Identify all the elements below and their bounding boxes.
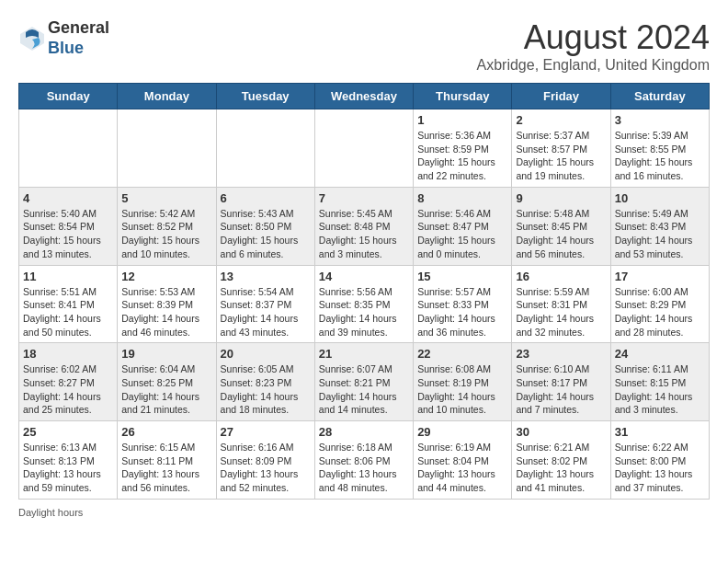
calendar-cell: 11Sunrise: 5:51 AM Sunset: 8:41 PM Dayli… (19, 265, 118, 343)
calendar-cell: 28Sunrise: 6:18 AM Sunset: 8:06 PM Dayli… (314, 421, 413, 500)
calendar-cell: 12Sunrise: 5:53 AM Sunset: 8:39 PM Dayli… (118, 265, 216, 343)
column-header-monday: Monday (118, 84, 216, 109)
day-number: 18 (23, 347, 113, 361)
calendar-cell: 30Sunrise: 6:21 AM Sunset: 8:02 PM Dayli… (512, 421, 610, 500)
day-number: 29 (417, 425, 507, 439)
day-number: 9 (516, 191, 606, 205)
calendar-cell: 19Sunrise: 6:04 AM Sunset: 8:25 PM Dayli… (118, 343, 216, 421)
day-number: 11 (23, 270, 113, 283)
day-number: 27 (221, 425, 311, 439)
day-number: 26 (121, 425, 211, 439)
day-info: Sunrise: 6:19 AM Sunset: 8:04 PM Dayligh… (417, 441, 507, 495)
day-number: 4 (23, 191, 113, 205)
day-number: 21 (319, 347, 409, 361)
day-info: Sunrise: 5:37 AM Sunset: 8:57 PM Dayligh… (516, 129, 606, 183)
calendar-cell: 25Sunrise: 6:13 AM Sunset: 8:13 PM Dayli… (19, 421, 118, 500)
calendar-cell: 20Sunrise: 6:05 AM Sunset: 8:23 PM Dayli… (216, 343, 314, 421)
day-info: Sunrise: 5:36 AM Sunset: 8:59 PM Dayligh… (417, 129, 507, 183)
day-info: Sunrise: 6:04 AM Sunset: 8:25 PM Dayligh… (121, 362, 211, 417)
day-info: Sunrise: 6:15 AM Sunset: 8:11 PM Dayligh… (121, 441, 211, 495)
calendar-cell: 29Sunrise: 6:19 AM Sunset: 8:04 PM Dayli… (414, 421, 512, 500)
calendar-table: SundayMondayTuesdayWednesdayThursdayFrid… (18, 83, 710, 500)
day-info: Sunrise: 6:16 AM Sunset: 8:09 PM Dayligh… (221, 441, 311, 495)
calendar-cell: 21Sunrise: 6:07 AM Sunset: 8:21 PM Dayli… (314, 343, 413, 421)
column-header-friday: Friday (512, 84, 610, 109)
calendar-cell: 15Sunrise: 5:57 AM Sunset: 8:33 PM Dayli… (414, 265, 512, 343)
day-number: 15 (417, 270, 507, 283)
logo-blue: Blue (48, 39, 84, 57)
calendar-cell: 5Sunrise: 5:42 AM Sunset: 8:52 PM Daylig… (118, 187, 216, 265)
day-info: Sunrise: 6:10 AM Sunset: 8:17 PM Dayligh… (516, 362, 606, 417)
day-info: Sunrise: 5:53 AM Sunset: 8:39 PM Dayligh… (121, 285, 211, 339)
day-number: 12 (121, 270, 211, 283)
day-number: 13 (221, 270, 311, 283)
calendar-week-row: 18Sunrise: 6:02 AM Sunset: 8:27 PM Dayli… (19, 343, 710, 421)
calendar-cell: 22Sunrise: 6:08 AM Sunset: 8:19 PM Dayli… (414, 343, 512, 421)
day-number: 8 (417, 191, 507, 205)
calendar-cell (216, 109, 314, 188)
day-info: Sunrise: 5:56 AM Sunset: 8:35 PM Dayligh… (319, 285, 409, 339)
calendar-week-row: 4Sunrise: 5:40 AM Sunset: 8:54 PM Daylig… (19, 187, 710, 265)
calendar-cell: 8Sunrise: 5:46 AM Sunset: 8:47 PM Daylig… (414, 187, 512, 265)
logo-general: General (48, 18, 109, 37)
day-number: 23 (516, 347, 606, 361)
footer: Daylight hours (18, 507, 710, 518)
day-info: Sunrise: 6:07 AM Sunset: 8:21 PM Dayligh… (319, 362, 409, 417)
calendar-cell: 24Sunrise: 6:11 AM Sunset: 8:15 PM Dayli… (610, 343, 709, 421)
day-number: 30 (516, 425, 606, 439)
title-block: August 2024 Axbridge, England, United Ki… (477, 18, 711, 74)
footer-text: Daylight hours (18, 507, 83, 518)
calendar-cell: 23Sunrise: 6:10 AM Sunset: 8:17 PM Dayli… (512, 343, 610, 421)
calendar-cell: 6Sunrise: 5:43 AM Sunset: 8:50 PM Daylig… (216, 187, 314, 265)
day-number: 20 (221, 347, 311, 361)
logo-icon (18, 25, 46, 52)
calendar-cell: 26Sunrise: 6:15 AM Sunset: 8:11 PM Dayli… (118, 421, 216, 500)
day-number: 10 (615, 191, 705, 205)
column-header-saturday: Saturday (610, 84, 709, 109)
column-header-wednesday: Wednesday (314, 84, 413, 109)
page-header: General Blue August 2024 Axbridge, Engla… (18, 18, 710, 74)
calendar-cell: 2Sunrise: 5:37 AM Sunset: 8:57 PM Daylig… (512, 109, 610, 188)
calendar-cell: 16Sunrise: 5:59 AM Sunset: 8:31 PM Dayli… (512, 265, 610, 343)
day-number: 6 (221, 191, 311, 205)
day-info: Sunrise: 6:21 AM Sunset: 8:02 PM Dayligh… (516, 441, 606, 495)
day-number: 19 (121, 347, 211, 361)
day-info: Sunrise: 5:43 AM Sunset: 8:50 PM Dayligh… (221, 207, 311, 261)
day-info: Sunrise: 5:40 AM Sunset: 8:54 PM Dayligh… (23, 207, 113, 261)
location: Axbridge, England, United Kingdom (477, 57, 711, 74)
day-info: Sunrise: 6:05 AM Sunset: 8:23 PM Dayligh… (221, 362, 311, 417)
calendar-cell: 27Sunrise: 6:16 AM Sunset: 8:09 PM Dayli… (216, 421, 314, 500)
calendar-cell: 4Sunrise: 5:40 AM Sunset: 8:54 PM Daylig… (19, 187, 118, 265)
day-info: Sunrise: 6:22 AM Sunset: 8:00 PM Dayligh… (615, 441, 705, 495)
day-info: Sunrise: 5:49 AM Sunset: 8:43 PM Dayligh… (615, 207, 705, 261)
day-number: 28 (319, 425, 409, 439)
day-number: 31 (615, 425, 705, 439)
day-number: 7 (319, 191, 409, 205)
day-info: Sunrise: 5:48 AM Sunset: 8:45 PM Dayligh… (516, 207, 606, 261)
day-number: 16 (516, 270, 606, 283)
calendar-cell: 18Sunrise: 6:02 AM Sunset: 8:27 PM Dayli… (19, 343, 118, 421)
column-header-sunday: Sunday (19, 84, 118, 109)
day-number: 1 (417, 113, 507, 127)
day-number: 3 (615, 113, 705, 127)
day-info: Sunrise: 5:51 AM Sunset: 8:41 PM Dayligh… (23, 285, 113, 339)
day-info: Sunrise: 6:13 AM Sunset: 8:13 PM Dayligh… (23, 441, 113, 495)
day-info: Sunrise: 6:08 AM Sunset: 8:19 PM Dayligh… (417, 362, 507, 417)
column-header-tuesday: Tuesday (216, 84, 314, 109)
logo: General Blue (18, 18, 109, 58)
day-number: 22 (417, 347, 507, 361)
day-info: Sunrise: 5:46 AM Sunset: 8:47 PM Dayligh… (417, 207, 507, 261)
calendar-cell (19, 109, 118, 188)
calendar-cell: 1Sunrise: 5:36 AM Sunset: 8:59 PM Daylig… (414, 109, 512, 188)
day-number: 2 (516, 113, 606, 127)
day-info: Sunrise: 5:45 AM Sunset: 8:48 PM Dayligh… (319, 207, 409, 261)
calendar-cell: 14Sunrise: 5:56 AM Sunset: 8:35 PM Dayli… (314, 265, 413, 343)
day-info: Sunrise: 5:42 AM Sunset: 8:52 PM Dayligh… (121, 207, 211, 261)
month-year: August 2024 (477, 18, 711, 57)
day-number: 24 (615, 347, 705, 361)
day-number: 14 (319, 270, 409, 283)
day-info: Sunrise: 6:00 AM Sunset: 8:29 PM Dayligh… (615, 285, 705, 339)
calendar-cell: 9Sunrise: 5:48 AM Sunset: 8:45 PM Daylig… (512, 187, 610, 265)
calendar-week-row: 25Sunrise: 6:13 AM Sunset: 8:13 PM Dayli… (19, 421, 710, 500)
day-info: Sunrise: 6:18 AM Sunset: 8:06 PM Dayligh… (319, 441, 409, 495)
